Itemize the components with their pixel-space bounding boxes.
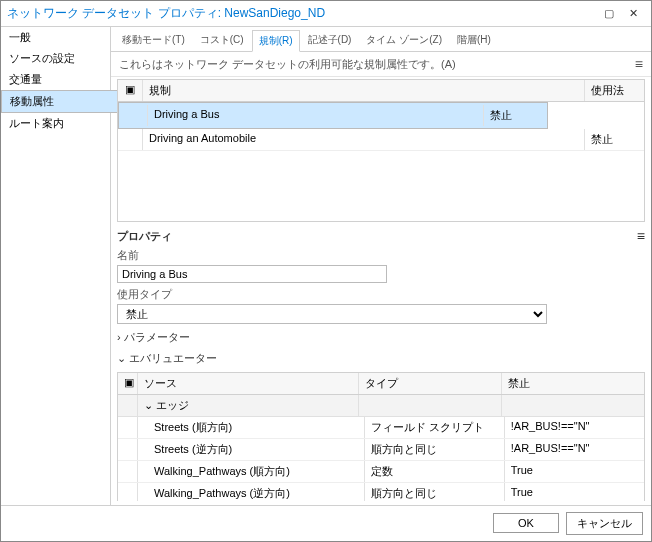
tab[interactable]: 階層(H) bbox=[450, 29, 498, 51]
sidebar: 一般ソースの設定交通量移動属性ルート案内 bbox=[1, 27, 111, 505]
info-text: これらはネットワーク データセットの利用可能な規制属性です。(A) bbox=[119, 57, 456, 72]
col-type[interactable]: タイプ bbox=[359, 373, 502, 394]
evaluator-row[interactable]: Streets (逆方向)順方向と同じ!AR_BUS!=="N" bbox=[118, 439, 644, 461]
comment-icon: ▣ bbox=[118, 373, 138, 394]
parameters-section[interactable]: パラメーター bbox=[117, 330, 645, 345]
name-label: 名前 bbox=[117, 248, 645, 263]
tab[interactable]: 記述子(D) bbox=[301, 29, 359, 51]
cancel-button[interactable]: キャンセル bbox=[566, 512, 643, 535]
close-button[interactable]: ✕ bbox=[621, 7, 645, 20]
window-title: ネットワーク データセット プロパティ: NewSanDiego_ND bbox=[7, 5, 597, 22]
ok-button[interactable]: OK bbox=[493, 513, 559, 533]
sidebar-item[interactable]: 一般 bbox=[1, 27, 110, 48]
tabs: 移動モード(T)コスト(C)規制(R)記述子(D)タイム ゾーン(Z)階層(H) bbox=[111, 27, 651, 52]
col-restriction[interactable]: 規制 bbox=[142, 80, 584, 101]
table-row[interactable]: Driving a Bus禁止 bbox=[118, 102, 548, 129]
properties-title: プロパティ bbox=[117, 229, 172, 244]
comment-icon: ▣ bbox=[118, 80, 142, 101]
table-row[interactable]: Driving an Automobile禁止 bbox=[118, 129, 644, 151]
tab[interactable]: 規制(R) bbox=[252, 30, 300, 52]
sidebar-item[interactable]: ルート案内 bbox=[1, 113, 110, 134]
evaluators-section[interactable]: エバリュエーター bbox=[117, 351, 645, 366]
usage-select[interactable]: 禁止 bbox=[117, 304, 547, 324]
usage-label: 使用タイプ bbox=[117, 287, 645, 302]
tab[interactable]: 移動モード(T) bbox=[115, 29, 192, 51]
tab[interactable]: コスト(C) bbox=[193, 29, 251, 51]
evaluator-row[interactable]: Streets (順方向)フィールド スクリプト!AR_BUS!=="N" bbox=[118, 417, 644, 439]
menu-icon[interactable]: ≡ bbox=[635, 56, 643, 72]
group-edge[interactable]: エッジ bbox=[118, 395, 644, 417]
properties-panel: プロパティ ≡ 名前 使用タイプ 禁止 パラメーター エバリュエーター ▣ ソー… bbox=[117, 228, 645, 501]
name-input[interactable] bbox=[117, 265, 387, 283]
evaluator-row[interactable]: Walking_Pathways (順方向)定数True bbox=[118, 461, 644, 483]
col-restrict[interactable]: 禁止 bbox=[502, 373, 644, 394]
maximize-button[interactable]: ▢ bbox=[597, 7, 621, 20]
sidebar-item[interactable]: ソースの設定 bbox=[1, 48, 110, 69]
menu-icon[interactable]: ≡ bbox=[637, 228, 645, 244]
sidebar-item[interactable]: 交通量 bbox=[1, 69, 110, 90]
restriction-grid: ▣ 規制 使用法 Driving a Bus禁止Driving an Autom… bbox=[117, 79, 645, 222]
evaluator-table: ▣ ソース タイプ 禁止 エッジ Streets (順方向)フィールド スクリプ… bbox=[117, 372, 645, 501]
col-usage[interactable]: 使用法 bbox=[584, 80, 644, 101]
evaluator-row[interactable]: Walking_Pathways (逆方向)順方向と同じTrue bbox=[118, 483, 644, 501]
col-source[interactable]: ソース bbox=[138, 373, 359, 394]
tab[interactable]: タイム ゾーン(Z) bbox=[359, 29, 449, 51]
